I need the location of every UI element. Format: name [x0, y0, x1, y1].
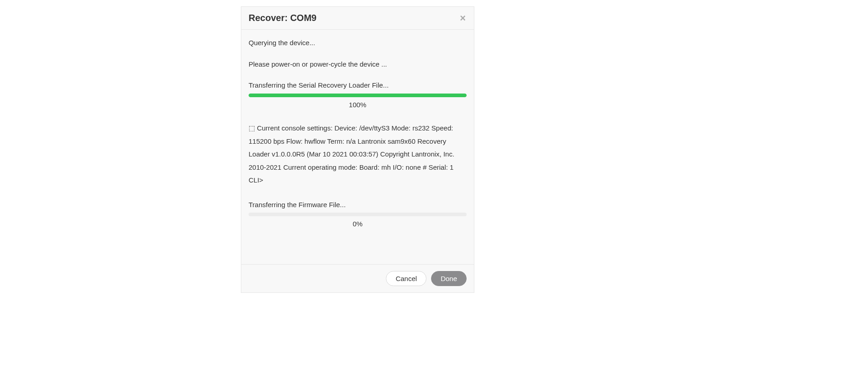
console-output: ⬚ Current console settings: Device: /dev…: [249, 122, 467, 187]
loader-progress-section: Transferring the Serial Recovery Loader …: [249, 80, 467, 110]
status-powercycle: Please power-on or power-cycle the devic…: [249, 59, 467, 70]
status-querying: Querying the device...: [249, 38, 467, 48]
done-button[interactable]: Done: [431, 271, 467, 286]
cancel-button[interactable]: Cancel: [386, 271, 426, 286]
loader-progress-percent: 100%: [249, 100, 467, 110]
modal-title: Recover: COM9: [249, 13, 317, 23]
firmware-progress-section: Transferring the Firmware File... 0%: [249, 200, 467, 229]
status-transfer-firmware: Transferring the Firmware File...: [249, 200, 467, 210]
modal-header: Recover: COM9 ×: [241, 7, 474, 30]
modal-footer: Cancel Done: [241, 264, 474, 292]
modal-body: Querying the device... Please power-on o…: [241, 30, 474, 264]
loader-progress-track: [249, 94, 467, 97]
loader-progress-fill: [249, 94, 467, 97]
recover-modal: Recover: COM9 × Querying the device... P…: [241, 6, 474, 293]
firmware-progress-track: [249, 213, 467, 216]
status-transfer-loader: Transferring the Serial Recovery Loader …: [249, 80, 467, 91]
firmware-progress-percent: 0%: [249, 219, 467, 229]
close-button[interactable]: ×: [459, 13, 467, 23]
